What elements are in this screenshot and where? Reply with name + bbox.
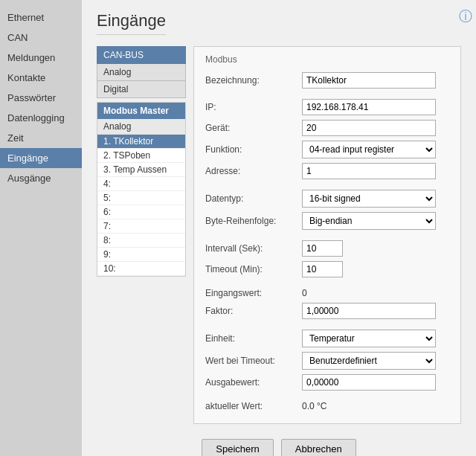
label-adresse: Adresse: (205, 166, 302, 176)
modbus-list: Modbus Master Analog 1. TKollektor 2. TS… (97, 102, 186, 277)
modbus-section-title: Modbus (205, 54, 449, 65)
row-funktion: Funktion: 04-read input register 01-read… (205, 141, 449, 158)
label-ausgabewert: Ausgabewert: (205, 377, 302, 388)
info-icon[interactable]: ⓘ (459, 7, 472, 25)
content-layout: CAN-BUS Analog Digital Modbus Master Ana… (97, 46, 461, 424)
list-item-1[interactable]: 2. TSPoben (97, 149, 185, 163)
select-byte-reihenfolge[interactable]: Big-endian Little-endian (302, 212, 436, 230)
row-geraet: Gerät: (205, 120, 449, 136)
label-intervall: Intervall (Sek): (205, 243, 302, 254)
row-byte-reihenfolge: Byte-Reihenfolge: Big-endian Little-endi… (205, 212, 449, 230)
page-title: Eingänge (97, 11, 166, 35)
list-header: Modbus Master (97, 103, 185, 119)
list-item-5[interactable]: 6: (97, 205, 185, 219)
value-eingangswert: 0 (302, 288, 307, 298)
row-einheit: Einheit: Temperatur Prozent Bar Liter (205, 330, 449, 347)
label-eingangswert: Eingangswert: (205, 288, 302, 298)
select-wert-bei-timeout[interactable]: Benutzerdefiniert Letzter Wert 0 (302, 352, 436, 370)
row-timeout: Timeout (Min): (205, 261, 449, 277)
label-ip: IP: (205, 102, 302, 112)
list-item-2[interactable]: 3. Temp Aussen (97, 163, 185, 177)
input-geraet[interactable] (302, 120, 436, 136)
cancel-button[interactable]: Abbrechen (281, 439, 356, 456)
input-adresse[interactable] (302, 163, 436, 179)
label-einheit: Einheit: (205, 333, 302, 344)
input-intervall[interactable] (302, 240, 343, 257)
value-aktueller-wert: 0.0 °C (302, 401, 327, 411)
input-ausgabewert[interactable] (302, 374, 436, 391)
bottom-buttons: Speichern Abbrechen (97, 439, 461, 456)
list-item-8[interactable]: 9: (97, 248, 185, 262)
list-item-0[interactable]: 1. TKollektor (97, 135, 185, 149)
list-item-4[interactable]: 5: (97, 191, 185, 205)
sidebar-item-ausgaenge[interactable]: Ausgänge (0, 168, 82, 188)
input-timeout[interactable] (302, 261, 343, 277)
sidebar-item-zeit[interactable]: Zeit (0, 128, 82, 148)
main-content: Eingänge ⓘ CAN-BUS Analog Digital Modbus… (82, 0, 476, 456)
sidebar-item-kontakte[interactable]: Kontakte (0, 68, 82, 88)
sidebar: Ethernet CAN Meldungen Kontakte Passwört… (0, 0, 82, 456)
label-funktion: Funktion: (205, 144, 302, 155)
sidebar-item-datenlogging[interactable]: Datenlogging (0, 108, 82, 128)
input-bezeichnung[interactable] (302, 72, 436, 89)
list-sub-analog[interactable]: Analog (97, 119, 185, 135)
input-faktor[interactable] (302, 303, 436, 319)
row-ausgabewert: Ausgabewert: (205, 374, 449, 391)
select-datentyp[interactable]: 16-bit signed 16-bit unsigned 32-bit sig… (302, 190, 436, 208)
row-bezeichnung: Bezeichnung: (205, 72, 449, 89)
sidebar-item-can[interactable]: CAN (0, 28, 82, 48)
select-funktion[interactable]: 04-read input register 01-read coil stat… (302, 141, 436, 158)
sidebar-item-ethernet[interactable]: Ethernet (0, 7, 82, 28)
label-bezeichnung: Bezeichnung: (205, 75, 302, 86)
sidebar-item-meldungen[interactable]: Meldungen (0, 48, 82, 68)
label-faktor: Faktor: (205, 306, 302, 316)
input-ip[interactable] (302, 99, 436, 115)
row-datentyp: Datentyp: 16-bit signed 16-bit unsigned … (205, 190, 449, 208)
label-byte-reihenfolge: Byte-Reihenfolge: (205, 216, 302, 226)
tab-analog[interactable]: Analog (97, 64, 186, 81)
list-item-7[interactable]: 8: (97, 234, 185, 248)
sidebar-item-eingaenge[interactable]: Eingänge (0, 148, 82, 168)
tab-digital[interactable]: Digital (97, 81, 186, 98)
row-faktor: Faktor: (205, 303, 449, 319)
left-panel: CAN-BUS Analog Digital Modbus Master Ana… (97, 46, 186, 424)
list-item-3[interactable]: 4: (97, 177, 185, 191)
row-eingangswert: Eingangswert: 0 (205, 288, 449, 298)
label-datentyp: Datentyp: (205, 193, 302, 204)
top-tabs: CAN-BUS Analog Digital (97, 46, 186, 98)
label-aktueller-wert: aktueller Wert: (205, 401, 302, 411)
row-adresse: Adresse: (205, 163, 449, 179)
select-einheit[interactable]: Temperatur Prozent Bar Liter (302, 330, 436, 347)
list-item-9[interactable]: 10: (97, 262, 185, 276)
row-wert-bei-timeout: Wert bei Timeout: Benutzerdefiniert Letz… (205, 352, 449, 370)
row-ip: IP: (205, 99, 449, 115)
label-wert-bei-timeout: Wert bei Timeout: (205, 356, 302, 366)
label-timeout: Timeout (Min): (205, 264, 302, 274)
modbus-panel: Modbus Bezeichnung: IP: Gerät: (193, 46, 461, 424)
save-button[interactable]: Speichern (202, 439, 274, 456)
sidebar-item-passwoerter[interactable]: Passwörter (0, 88, 82, 108)
row-intervall: Intervall (Sek): (205, 240, 449, 257)
tab-can-bus[interactable]: CAN-BUS (97, 46, 186, 64)
label-geraet: Gerät: (205, 123, 302, 133)
row-aktueller-wert: aktueller Wert: 0.0 °C (205, 401, 449, 411)
list-item-6[interactable]: 7: (97, 219, 185, 234)
